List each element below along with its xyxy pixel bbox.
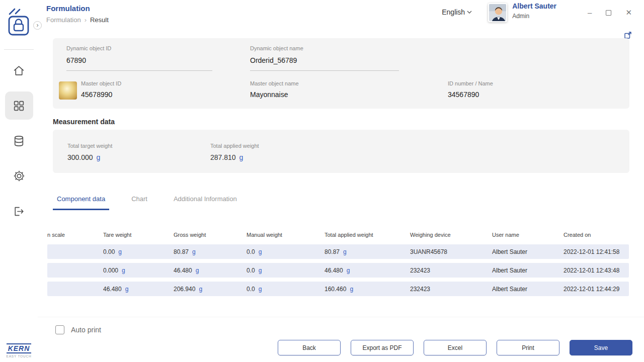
- user-role: Admin: [512, 13, 556, 20]
- unit-label: g: [343, 248, 347, 255]
- master-object-name-value: Mayonnaise: [250, 90, 299, 99]
- weight-value: 0.0: [247, 248, 255, 255]
- sidebar-item-apps[interactable]: [5, 92, 33, 120]
- breadcrumb-parent[interactable]: Formulation: [46, 16, 81, 24]
- cell-total-applied-weight: 46.480g: [325, 267, 410, 274]
- kern-tagline-text: EASY TOUCH: [0, 354, 38, 358]
- gear-icon: [13, 169, 26, 183]
- window-controls: – ✕: [588, 9, 632, 16]
- cell-total-applied-weight: 160.460g: [325, 286, 410, 293]
- footer: Auto print Back Export as PDF Excel Prin…: [38, 317, 644, 362]
- sidebar-expand-button[interactable]: ›: [33, 21, 42, 30]
- master-object-name-field: Master object name Mayonnaise: [250, 80, 299, 99]
- total-applied-weight-field: Total applied weight 287.810g: [210, 143, 353, 173]
- sidebar-divider: [4, 49, 34, 50]
- minimize-icon[interactable]: –: [588, 9, 592, 16]
- save-button[interactable]: Save: [570, 340, 632, 355]
- dynamic-object-id-input[interactable]: 67890: [66, 56, 212, 71]
- avatar[interactable]: [488, 3, 507, 22]
- cell-user-name: Albert Sauter: [492, 286, 564, 293]
- unit-label: g: [259, 286, 262, 293]
- master-object-thumbnail: [59, 81, 77, 100]
- id-number-field: ID number / Name 34567890: [448, 80, 493, 99]
- weight-value: 206.940: [174, 286, 195, 293]
- cell-user-name: Albert Sauter: [492, 267, 564, 274]
- cell-weighing-device: 232423: [410, 267, 492, 274]
- table-row[interactable]: 0.00g 80.87g 0.0g 80.87g 3UANR45678 Albe…: [47, 244, 629, 259]
- total-target-weight-field: Total target weight 300.000g: [67, 143, 210, 173]
- component-data-table: n scale Tare weight Gross weight Manual …: [47, 232, 629, 296]
- language-selector[interactable]: English: [442, 8, 472, 16]
- id-number-value: 34567890: [448, 90, 493, 99]
- weight-value: 0.00: [103, 248, 115, 255]
- breadcrumb-separator-icon: ›: [85, 16, 87, 24]
- weight-value: 46.480: [325, 267, 343, 274]
- column-header: User name: [492, 232, 564, 238]
- tab-chart[interactable]: Chart: [127, 190, 151, 210]
- home-icon: [13, 64, 25, 77]
- total-target-weight-value: 300.000g: [67, 153, 210, 161]
- total-applied-weight-label: Total applied weight: [210, 143, 353, 149]
- maximize-icon[interactable]: [606, 10, 611, 16]
- dynamic-object-name-input[interactable]: Orderid_56789: [250, 56, 399, 71]
- unit-label: g: [196, 267, 199, 274]
- unit-label: g: [97, 153, 101, 161]
- weight-value: 160.460: [325, 286, 346, 293]
- master-object-name-label: Master object name: [250, 80, 299, 86]
- tab-component-data[interactable]: Component data: [53, 190, 109, 210]
- table-row[interactable]: 0.000g 46.480g 0.0g 46.480g 232423 Alber…: [47, 263, 629, 278]
- export-pdf-button[interactable]: Export as PDF: [351, 340, 414, 355]
- cell-manual-weight: 0.0g: [247, 286, 325, 293]
- auto-print-option: Auto print: [55, 325, 101, 334]
- content: Dynamic object ID 67890 Dynamic object n…: [38, 30, 644, 317]
- apps-grid-icon: [13, 100, 25, 112]
- kern-logo-icon: [8, 7, 31, 36]
- id-number-label: ID number / Name: [448, 80, 493, 86]
- print-button[interactable]: Print: [497, 340, 559, 355]
- user-block[interactable]: Albert Sauter Admin: [512, 2, 556, 20]
- sidebar-nav: [0, 56, 38, 225]
- footer-buttons: Back Export as PDF Excel Print Save: [278, 340, 632, 355]
- back-button[interactable]: Back: [278, 340, 341, 355]
- cell-created-on: 2022-12-01 12:43:48: [564, 267, 629, 274]
- table-row[interactable]: 46.480g 206.940g 0.0g 160.460g 232423 Al…: [47, 282, 629, 296]
- tab-additional-information[interactable]: Additional Information: [170, 190, 241, 210]
- column-header: Total applied weight: [325, 232, 410, 238]
- measurement-card: Total target weight 300.000g Total appli…: [53, 130, 629, 173]
- dynamic-object-name-field: Dynamic object name Orderid_56789: [250, 45, 399, 71]
- sidebar-item-settings[interactable]: [5, 162, 33, 190]
- dynamic-object-name-label: Dynamic object name: [250, 45, 399, 51]
- column-header: Gross weight: [174, 232, 247, 238]
- sidebar: KERN EASY TOUCH: [0, 0, 38, 362]
- column-header: n scale: [47, 232, 103, 238]
- cell-tare-weight: 0.00g: [103, 248, 174, 255]
- unit-label: g: [199, 286, 202, 293]
- excel-button[interactable]: Excel: [424, 340, 487, 355]
- unit-label: g: [125, 286, 129, 293]
- master-object-id-value: 45678990: [81, 90, 121, 99]
- tab-bar: Component data Chart Additional Informat…: [53, 190, 629, 211]
- cell-tare-weight: 0.000g: [103, 267, 174, 274]
- kern-brand-text: KERN: [7, 343, 32, 353]
- weight-value: 80.87: [174, 248, 189, 255]
- header-left: Formulation Formulation›Result: [46, 0, 109, 24]
- auto-print-label: Auto print: [71, 326, 101, 334]
- breadcrumb-current: Result: [90, 16, 109, 24]
- cell-created-on: 2022-12-01 12:44:29: [564, 286, 629, 293]
- column-header: Tare weight: [103, 232, 174, 238]
- app-window: KERN EASY TOUCH › Formulation Formulatio…: [0, 0, 644, 362]
- dynamic-object-id-field: Dynamic object ID 67890: [66, 45, 212, 71]
- sidebar-item-home[interactable]: [5, 56, 33, 84]
- page-title: Formulation: [46, 4, 109, 13]
- object-info-card: Dynamic object ID 67890 Dynamic object n…: [53, 38, 629, 109]
- total-applied-weight-value: 287.810g: [210, 153, 353, 161]
- language-label: English: [442, 8, 465, 16]
- cell-weighing-device: 232423: [410, 286, 492, 293]
- master-object-id-label: Master object ID: [81, 80, 121, 86]
- sidebar-item-database[interactable]: [5, 127, 33, 155]
- auto-print-checkbox[interactable]: [55, 325, 64, 334]
- weight-value: 0.0: [247, 286, 255, 293]
- close-icon[interactable]: ✕: [625, 9, 632, 16]
- unit-label: g: [122, 267, 125, 274]
- sidebar-item-logout[interactable]: [5, 197, 33, 225]
